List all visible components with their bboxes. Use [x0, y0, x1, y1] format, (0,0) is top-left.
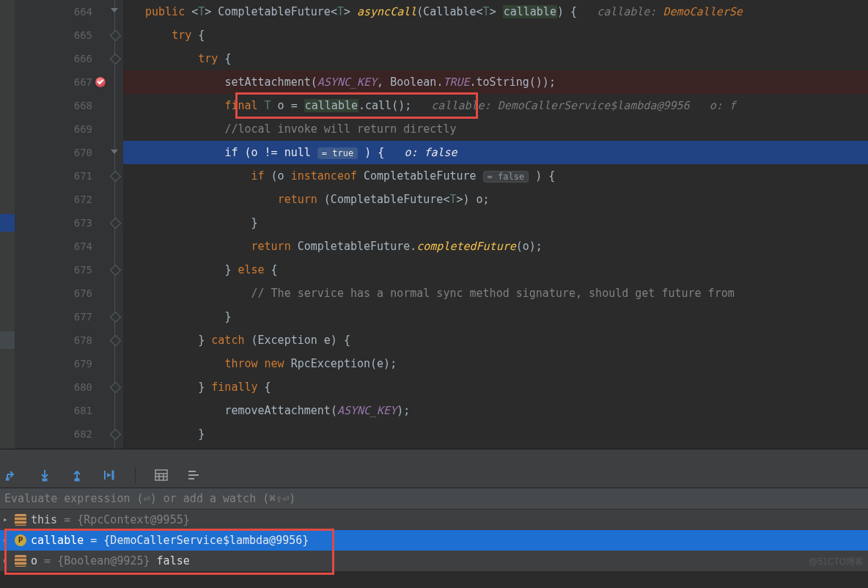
variable-tostring: false [150, 554, 190, 567]
line-number[interactable]: 673 [15, 211, 92, 235]
variable-value: {Boolean@9925} [57, 554, 150, 567]
line-number[interactable]: 670 [15, 141, 92, 164]
fold-marker[interactable] [110, 265, 122, 276]
constant: ASYNC_KEY [317, 76, 377, 89]
code-line[interactable]: return CompletableFuture.completedFuture… [123, 235, 868, 258]
method-name: asyncCall [357, 5, 416, 18]
static-method: completedFuture [416, 240, 515, 253]
fold-gutter[interactable] [107, 0, 123, 449]
fold-marker[interactable] [110, 382, 122, 394]
svg-rect-4 [155, 470, 167, 480]
line-number[interactable]: 677 [15, 305, 92, 328]
toolbar-separator [135, 467, 136, 483]
line-number[interactable]: 681 [15, 399, 92, 422]
param-highlight: callable [503, 5, 557, 18]
line-number[interactable]: 668 [15, 94, 92, 117]
inline-hint: callable: [597, 5, 656, 18]
expand-icon[interactable]: ▸ [3, 510, 10, 530]
fold-toggle-icon[interactable] [111, 8, 118, 12]
trace-current-stream-icon[interactable] [187, 468, 200, 482]
breakpoint-icon[interactable] [95, 77, 106, 87]
variable-name: o [31, 554, 37, 567]
variable-name: callable [31, 534, 84, 547]
line-number[interactable]: 676 [15, 282, 92, 305]
code-line[interactable]: public <T> CompletableFuture<T> asyncCal… [123, 0, 868, 23]
code-line[interactable]: try { [123, 23, 868, 47]
line-number[interactable]: 680 [15, 375, 92, 399]
code-line[interactable]: throw new RpcException(e); [123, 352, 868, 375]
line-number[interactable]: 671 [15, 164, 92, 188]
inline-hint: callable: DemoCallerService$lambda@9956 [431, 99, 689, 112]
inlay-hint: = false [483, 171, 529, 183]
panel-separator [0, 449, 868, 463]
svg-rect-3 [112, 471, 114, 479]
line-number[interactable]: 682 [15, 422, 92, 446]
line-number[interactable]: 667 [15, 70, 92, 94]
code-line[interactable]: //local invoke will return directly [123, 117, 868, 141]
keyword: public [145, 5, 185, 18]
fold-marker[interactable] [110, 312, 122, 323]
evaluate-expression-input[interactable]: Evaluate expression (⏎) or add a watch (… [0, 488, 868, 510]
code-line[interactable]: if (o instanceof CompletableFuture = fal… [123, 164, 868, 188]
debug-toolbar [0, 463, 868, 488]
line-number[interactable]: 664 [15, 0, 92, 23]
code-line[interactable]: setAttachment(ASYNC_KEY, Boolean.TRUE.to… [123, 70, 868, 94]
variables-panel: ▸ this = {RpcContext@9955} ▸ P callable … [0, 510, 868, 571]
code-line[interactable]: } [123, 211, 868, 235]
line-number[interactable]: 669 [15, 117, 92, 141]
fold-marker[interactable] [110, 171, 122, 183]
variable-value: {RpcContext@9955} [77, 513, 190, 526]
variable-value: {DemoCallerService$lambda@9956} [103, 534, 309, 547]
line-number-gutter[interactable]: 664 665 666 667 668 669 670 671 672 673 … [15, 0, 107, 449]
evaluate-expression-icon[interactable] [155, 468, 168, 482]
comment: //local invoke will return directly [224, 122, 456, 136]
line-number[interactable]: 665 [15, 23, 92, 47]
comment: // The service has a normal sync method … [251, 287, 735, 300]
object-icon [15, 555, 26, 567]
expand-icon[interactable]: ▸ [3, 551, 10, 571]
code-area[interactable]: public <T> CompletableFuture<T> asyncCal… [123, 0, 868, 449]
variable-name: this [31, 513, 57, 526]
left-marker-stripe [0, 0, 15, 449]
variable-row[interactable]: ▸ o = {Boolean@9925} false [0, 551, 868, 571]
run-to-cursor-icon[interactable] [103, 468, 116, 482]
code-line[interactable]: } [123, 422, 868, 446]
variable-row-selected[interactable]: ▸ P callable = {DemoCallerService$lambda… [0, 530, 868, 551]
line-number[interactable]: 675 [15, 258, 92, 282]
code-line[interactable]: final T o = callable.call(); callable: D… [123, 94, 868, 117]
code-line[interactable]: try { [123, 47, 868, 70]
code-line-current[interactable]: if (o != null = true ) { o: false [123, 141, 868, 164]
step-into-icon[interactable] [38, 468, 51, 482]
watermark: @51CTO博客 [809, 556, 864, 568]
variable-row[interactable]: ▸ this = {RpcContext@9955} [0, 510, 868, 530]
object-icon [15, 514, 26, 526]
fold-marker[interactable] [110, 335, 122, 347]
line-number[interactable]: 666 [15, 47, 92, 70]
expand-icon[interactable]: ▸ [3, 530, 10, 551]
code-line[interactable]: // The service has a normal sync method … [123, 282, 868, 305]
code-line[interactable]: } catch (Exception e) { [123, 328, 868, 352]
inlay-hint: = true [317, 147, 358, 159]
editor: 664 665 666 667 668 669 670 671 672 673 … [0, 0, 868, 449]
param-icon: P [15, 534, 26, 546]
line-number[interactable]: 678 [15, 328, 92, 352]
code-line[interactable]: return (CompletableFuture<T>) o; [123, 188, 868, 211]
inline-hint: o: false [404, 146, 457, 159]
step-over-icon[interactable] [6, 468, 19, 482]
line-number[interactable]: 674 [15, 235, 92, 258]
fold-marker[interactable] [110, 30, 122, 42]
fold-marker[interactable] [110, 54, 122, 65]
placeholder-text: Evaluate expression (⏎) or add a watch (… [4, 492, 295, 505]
svg-rect-2 [75, 479, 79, 481]
step-out-icon[interactable] [70, 468, 84, 482]
line-number[interactable]: 679 [15, 352, 92, 375]
line-number[interactable]: 672 [15, 188, 92, 211]
code-line[interactable]: removeAttachment(ASYNC_KEY); [123, 399, 868, 422]
fold-marker[interactable] [110, 218, 122, 229]
fold-toggle-icon[interactable] [111, 150, 118, 154]
type-param: T [198, 5, 205, 18]
code-line[interactable]: } else { [123, 258, 868, 282]
code-line[interactable]: } [123, 305, 868, 328]
code-line[interactable]: } finally { [123, 375, 868, 399]
fold-marker[interactable] [110, 429, 122, 441]
